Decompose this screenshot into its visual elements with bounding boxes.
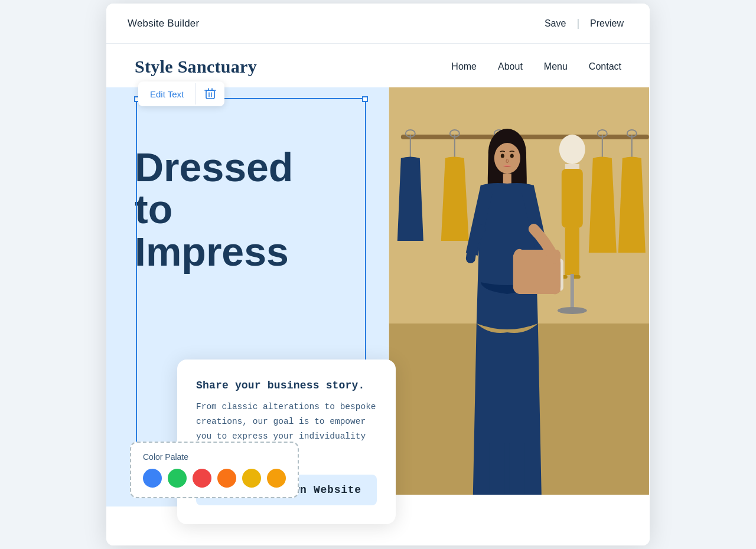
color-swatches: [143, 469, 286, 488]
preview-button[interactable]: Preview: [585, 16, 628, 31]
hero-heading: Dressed to Impress: [135, 146, 335, 273]
color-palette: Color Palate: [130, 442, 299, 498]
nav-item-home[interactable]: Home: [451, 61, 477, 72]
svg-point-30: [494, 143, 520, 174]
swatch-orange[interactable]: [217, 469, 236, 488]
svg-point-27: [558, 307, 587, 314]
svg-rect-9: [401, 135, 649, 139]
svg-rect-22: [562, 169, 583, 228]
hero-image: [389, 87, 650, 495]
site-nav: Style Sanctuary Home About Menu Contact: [106, 44, 650, 87]
svg-rect-16: [602, 135, 603, 158]
nav-item-contact[interactable]: Contact: [589, 61, 621, 72]
edit-toolbar: Edit Text: [138, 81, 224, 106]
swatch-blue[interactable]: [143, 469, 162, 488]
swatch-green[interactable]: [168, 469, 187, 488]
color-palette-title: Color Palate: [143, 452, 286, 462]
edit-text-button[interactable]: Edit Text: [138, 83, 195, 105]
svg-rect-26: [571, 274, 574, 309]
trash-icon: [204, 87, 216, 100]
nav-item-about[interactable]: About: [498, 61, 523, 72]
toolbar-actions: Save | Preview: [540, 16, 628, 31]
svg-rect-36: [490, 442, 505, 495]
svg-rect-37: [510, 442, 525, 495]
nav-item-menu[interactable]: Menu: [544, 61, 568, 72]
svg-rect-21: [565, 164, 579, 169]
info-card-title: Share your business story.: [196, 380, 377, 391]
svg-rect-18: [631, 135, 633, 158]
svg-point-31: [501, 154, 504, 158]
svg-point-20: [559, 135, 585, 164]
delete-button[interactable]: [196, 81, 224, 106]
app-container: Website Builder Save | Preview Style San…: [106, 4, 650, 545]
save-button[interactable]: Save: [540, 16, 571, 31]
swatch-amber[interactable]: [267, 469, 286, 488]
toolbar: Website Builder Save | Preview: [106, 4, 650, 44]
svg-rect-10: [410, 135, 411, 158]
site-nav-links: Home About Menu Contact: [451, 61, 621, 72]
hero-right: [389, 87, 650, 506]
svg-rect-0: [206, 90, 214, 99]
swatch-red[interactable]: [193, 469, 211, 488]
svg-point-32: [510, 154, 514, 158]
svg-rect-23: [565, 228, 579, 275]
swatch-yellow[interactable]: [242, 469, 261, 488]
app-title: Website Builder: [128, 18, 199, 30]
site-logo: Style Sanctuary: [135, 57, 257, 77]
svg-rect-12: [454, 135, 455, 158]
toolbar-divider: |: [576, 17, 579, 30]
handle-top-right[interactable]: [362, 96, 368, 102]
website-area: Style Sanctuary Home About Menu Contact …: [106, 44, 650, 545]
